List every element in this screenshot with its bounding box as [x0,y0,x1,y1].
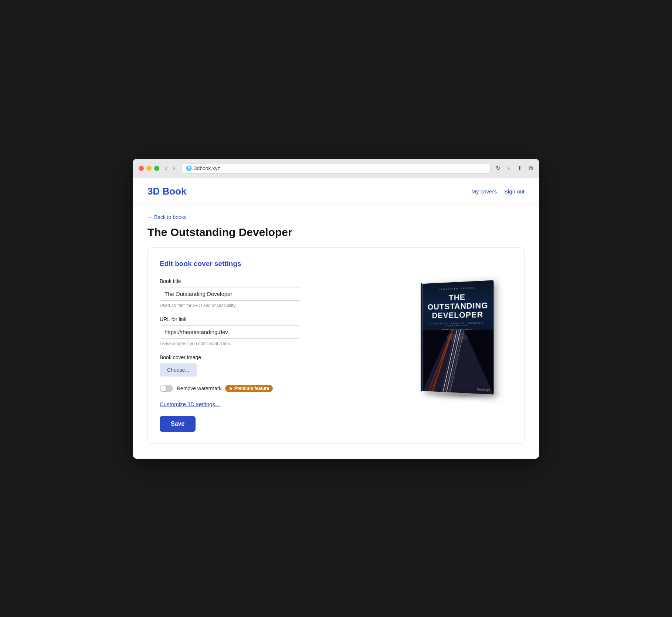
share-button[interactable]: ⬆ [516,164,523,172]
save-button[interactable]: Save [160,416,196,432]
url-group: URL for link Leave empty if you don't wa… [160,316,394,346]
cover-image-label: Book cover image [160,354,394,360]
toggle-knob [160,385,166,391]
book-title-group: Book title Used as "alt" for SEO and acc… [160,278,394,308]
card-inner: Book title Used as "alt" for SEO and acc… [160,278,512,432]
url-hint: Leave empty if you don't want a link. [160,341,394,346]
book-3d: SEBASTIEN CASTIEL THE OUTSTANDING DEVELO… [422,280,501,395]
customize-3d-link[interactable]: Customize 3D settings... [160,401,220,407]
reload-button[interactable]: ↻ [495,164,501,172]
book-front: SEBASTIEN CASTIEL THE OUTSTANDING DEVELO… [422,280,493,394]
browser-chrome: ‹ › 🌐 3dbook.xyz ↻ + ⬆ ⧉ [133,159,539,178]
url-text: 3dbook.xyz [194,165,220,171]
book-preview: SEBASTIEN CASTIEL THE OUTSTANDING DEVELO… [409,278,512,393]
choose-file-button[interactable]: Choose... [160,363,197,377]
watermark-row: Remove watermark ★ Premium feature [160,385,394,392]
page-title: The Outstanding Developer [147,226,525,239]
browser-actions: ↻ + ⬆ ⧉ [495,164,533,172]
browser-window: ‹ › 🌐 3dbook.xyz ↻ + ⬆ ⧉ 3D Book My cove… [133,159,539,459]
site-header: 3D Book My covers Sign out [133,178,539,205]
settings-card-title: Edit book cover settings [160,260,512,268]
sign-out-link[interactable]: Sign out [504,188,525,195]
nav-buttons: ‹ › [164,164,177,172]
traffic-lights [139,166,159,171]
book-title-label: Book title [160,278,394,284]
back-link[interactable]: ← Back to books [147,214,187,220]
book-content: SEBASTIEN CASTIEL THE OUTSTANDING DEVELO… [422,280,493,394]
settings-card: Edit book cover settings Book title Used… [147,247,525,444]
main-content: ← Back to books The Outstanding Develope… [133,205,539,459]
cover-image-group: Book cover image Choose... [160,354,394,377]
page-content: 3D Book My covers Sign out ← Back to boo… [133,178,539,459]
book-title-display: THE OUTSTANDING DEVELOPER [427,291,489,320]
maximize-button[interactable] [154,166,159,171]
header-nav: My covers Sign out [472,188,525,195]
book-title-input[interactable] [160,287,300,301]
site-logo[interactable]: 3D Book [147,186,186,197]
tabs-button[interactable]: ⧉ [528,164,533,172]
new-tab-button[interactable]: + [506,164,511,172]
watermark-label: Remove watermark [177,385,221,391]
address-bar[interactable]: 🌐 3dbook.xyz [181,163,491,173]
globe-icon: 🌐 [186,165,192,171]
book-road-image: 3dbook.xyz [422,330,493,394]
url-input[interactable] [160,325,300,339]
book-subtitle: PRODUCTIVITY · LEARNING · CREATIVITY · C… [427,321,489,327]
close-button[interactable] [139,166,144,171]
book-title-hint: Used as "alt" for SEO and accessibility. [160,303,394,308]
back-nav-button[interactable]: ‹ [164,164,169,172]
minimize-button[interactable] [146,166,152,171]
watermark-toggle[interactable] [160,385,173,392]
premium-badge: ★ Premium feature [225,385,273,392]
url-label: URL for link [160,316,394,322]
book-shadow [424,391,505,398]
forward-nav-button[interactable]: › [172,164,176,172]
my-covers-link[interactable]: My covers [472,188,497,195]
form-section: Book title Used as "alt" for SEO and acc… [160,278,394,432]
book-author: SEBASTIEN CASTIEL [427,286,489,291]
